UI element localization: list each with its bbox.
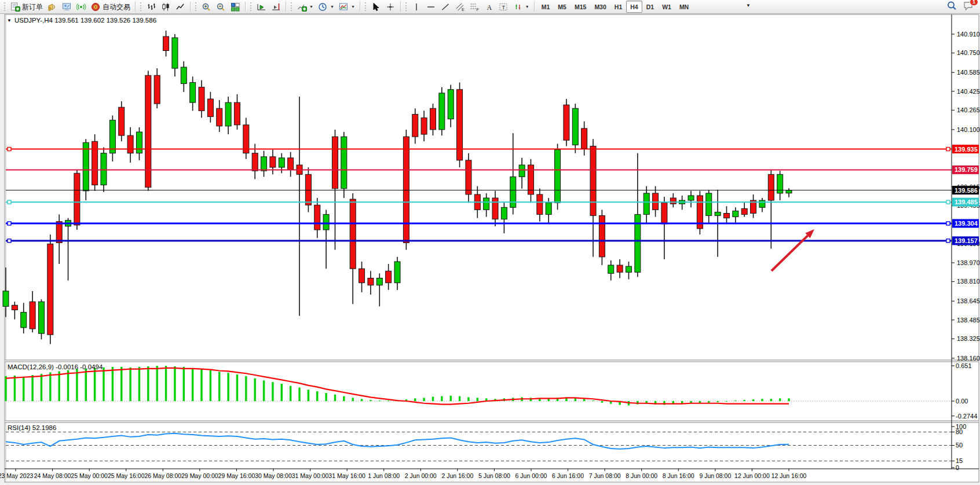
- vertical-line-button[interactable]: [409, 1, 424, 13]
- tile-icon: [231, 2, 240, 12]
- timeframe-m5-button[interactable]: M5: [554, 1, 571, 13]
- equidistant-channel-button[interactable]: E: [453, 1, 467, 13]
- price-tick-label: 138.970: [957, 259, 980, 266]
- time-tick-label: 23 May 2023: [0, 472, 34, 479]
- toolbar-separator: [245, 2, 246, 12]
- main-toolbar: 新订单自动交易▼▼▼EFAT▼M1M5M15M30H1H4D1W1MN1: [0, 0, 980, 14]
- indicators-dropdown-caret-icon[interactable]: ▼: [309, 5, 313, 9]
- collapse-triangle-icon[interactable]: ▼: [7, 18, 12, 23]
- linechart-icon: [175, 2, 185, 12]
- price-tick-label: 138.810: [957, 278, 980, 285]
- toolbar-group-grip[interactable]: [365, 2, 367, 11]
- tile-windows-button[interactable]: [228, 1, 243, 13]
- toolbar-separator: [190, 2, 191, 12]
- autotrade-label: 自动交易: [103, 1, 130, 13]
- text-button[interactable]: A: [482, 1, 496, 13]
- time-tick-label: 25 May 16:00: [108, 472, 145, 479]
- fibonacci-button[interactable]: F: [467, 1, 482, 13]
- vline-icon: [412, 2, 422, 12]
- arrows-dropdown-caret-icon[interactable]: ▼: [525, 5, 529, 9]
- publish-button[interactable]: [45, 1, 60, 13]
- signals-button[interactable]: [74, 1, 89, 13]
- periods-button[interactable]: ▼: [316, 1, 337, 13]
- toolbar-group-grip[interactable]: [250, 2, 253, 11]
- cursor-button[interactable]: [369, 1, 383, 13]
- svg-text:E: E: [462, 7, 465, 11]
- zoom-out-button[interactable]: [214, 1, 228, 13]
- cursor-icon: [371, 2, 381, 12]
- timeframe-m15-button[interactable]: M15: [571, 1, 590, 13]
- zoom-out-icon: [216, 2, 226, 12]
- timeframe-h1-button[interactable]: H1: [610, 1, 626, 13]
- price-tag-139.157[interactable]: 139.157: [952, 236, 979, 245]
- market-button[interactable]: [60, 1, 74, 13]
- trendline-button[interactable]: [438, 1, 453, 13]
- trendline-icon: [441, 2, 451, 12]
- crosshair-icon: [386, 2, 396, 12]
- timeframe-m1-button[interactable]: M1: [537, 1, 554, 13]
- timeframe-m30-button[interactable]: M30: [590, 1, 610, 13]
- time-tick-label: 26 May 08:00: [144, 472, 181, 479]
- search-icon[interactable]: [946, 1, 957, 13]
- chart-title-text: USDJPY-,H4 139.561 139.602 139.526 139.5…: [14, 17, 156, 24]
- horizontal-line-button[interactable]: [424, 1, 438, 13]
- toolbar-separator: [360, 2, 361, 12]
- text-label-button[interactable]: T: [496, 1, 511, 13]
- line-chart-mode-button[interactable]: [173, 1, 188, 13]
- svg-text:139.759: 139.759: [955, 166, 978, 173]
- new-order-button[interactable]: 新订单: [8, 1, 45, 13]
- crosshair-button[interactable]: [383, 1, 398, 13]
- hline-handle[interactable]: [946, 200, 950, 204]
- auto-scroll-button[interactable]: [254, 1, 269, 13]
- hline-icon: [426, 2, 436, 12]
- mt4-window: 140.910140.750140.585140.425140.265140.1…: [0, 0, 980, 485]
- rsi-tick-label: 0: [956, 464, 959, 471]
- chat-icon[interactable]: 1: [963, 1, 974, 13]
- toolbar-group-grip[interactable]: [140, 2, 142, 11]
- templates-dropdown-caret-icon[interactable]: ▼: [351, 5, 355, 9]
- templates-button[interactable]: ▼: [337, 1, 357, 13]
- time-tick-label: 24 May 08:00: [34, 472, 71, 479]
- hline-handle[interactable]: [8, 148, 11, 151]
- bar-chart-mode-button[interactable]: [144, 1, 159, 13]
- svg-text:F: F: [476, 7, 478, 11]
- toolbar-group-grip[interactable]: [405, 2, 408, 11]
- hline-handle[interactable]: [946, 148, 950, 151]
- autotrade-icon: [91, 2, 101, 12]
- toolbar-group-grip[interactable]: [291, 2, 293, 11]
- price-tag-139.935[interactable]: 139.935: [952, 145, 979, 153]
- svg-text:139.935: 139.935: [955, 146, 978, 153]
- zoom-in-button[interactable]: [199, 1, 214, 13]
- timeframe-h4-button[interactable]: H4: [626, 1, 642, 13]
- arrows-button[interactable]: ▼: [511, 1, 532, 13]
- hline-handle[interactable]: [8, 200, 11, 204]
- new-order-label: 新订单: [22, 1, 43, 13]
- timeframe-w1-button[interactable]: W1: [658, 1, 675, 13]
- time-tick-label: 31 May 16:00: [328, 472, 365, 479]
- candlestick-mode-button[interactable]: [159, 1, 173, 13]
- timeframe-d1-button[interactable]: D1: [642, 1, 658, 13]
- toolbar-right-icons: 1: [946, 1, 978, 13]
- chart-canvas[interactable]: 140.910140.750140.585140.425140.265140.1…: [0, 0, 980, 485]
- hline-handle[interactable]: [946, 239, 950, 242]
- monitor-icon: [62, 2, 72, 12]
- svg-text:139.157: 139.157: [955, 237, 978, 244]
- hline-handle[interactable]: [946, 222, 950, 225]
- candles-icon: [161, 2, 171, 12]
- chart-shift-button[interactable]: [269, 1, 283, 13]
- price-tag-139.485[interactable]: 139.485: [952, 198, 979, 207]
- toolbar-group-grip[interactable]: [4, 2, 6, 11]
- timeframe-mn-button[interactable]: MN: [675, 1, 693, 13]
- autotrade-button[interactable]: 自动交易: [89, 1, 133, 13]
- indicators-button[interactable]: ▼: [295, 1, 316, 13]
- hline-handle[interactable]: [8, 222, 11, 225]
- time-tick-label: 1 Jun 08:00: [368, 472, 400, 479]
- hline-handle[interactable]: [8, 239, 11, 242]
- price-tag-139.586[interactable]: 139.586: [952, 186, 979, 194]
- periods-dropdown-caret-icon[interactable]: ▼: [330, 5, 334, 9]
- price-tag-139.759[interactable]: 139.759: [952, 166, 979, 174]
- price-tag-139.304[interactable]: 139.304: [952, 219, 979, 228]
- time-tick-label: 2 Jun 00:00: [405, 472, 437, 479]
- toolbar-overflow-chevron-icon[interactable]: ▼: [746, 3, 751, 8]
- toolbar-group-grip[interactable]: [195, 2, 198, 11]
